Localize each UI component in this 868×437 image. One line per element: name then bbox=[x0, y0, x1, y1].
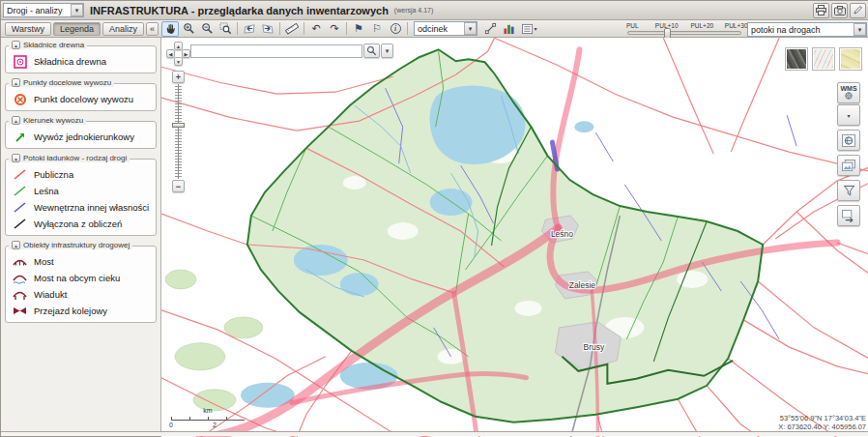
tab-warstwy[interactable]: Warstwy bbox=[5, 22, 51, 36]
town-label: Brusy bbox=[584, 342, 605, 352]
zoom-slider-track[interactable] bbox=[174, 84, 183, 179]
search-input[interactable] bbox=[190, 44, 362, 58]
search-icon bbox=[366, 45, 377, 56]
filter-button[interactable] bbox=[837, 180, 860, 201]
zoom-slider-handle[interactable] bbox=[172, 123, 185, 128]
zoom-in-tool-button[interactable] bbox=[180, 21, 197, 37]
info-icon: i bbox=[391, 23, 401, 34]
search-button[interactable] bbox=[363, 44, 380, 58]
flag-outline-icon: ⚐ bbox=[372, 23, 382, 34]
globe-icon bbox=[845, 92, 853, 100]
camera-icon bbox=[834, 6, 846, 15]
layers-button[interactable] bbox=[837, 155, 860, 176]
toolbar-separator bbox=[304, 22, 304, 35]
plus-icon: + bbox=[176, 73, 181, 82]
filter-funnel-icon bbox=[843, 185, 855, 197]
segment-edit-tool-button[interactable] bbox=[481, 21, 499, 37]
collapse-group-button[interactable]: ▴ bbox=[12, 154, 20, 162]
chevron-down-icon: ▾ bbox=[71, 4, 83, 16]
flag-coordinates-button[interactable]: ⚑ bbox=[350, 21, 367, 37]
pul-slider: PUL PUL+10 PUL+20 PUL+30 bbox=[625, 22, 743, 37]
town-label: Leśno bbox=[551, 229, 573, 239]
overlay-select[interactable]: potoki na drogach ▾ bbox=[747, 22, 867, 37]
view-menu-button[interactable]: ▾ bbox=[518, 21, 541, 37]
app-window: Drogi - analizy ▾ INFRASTRUKTURA - przeg… bbox=[0, 0, 868, 437]
map-canvas[interactable]: Leśno Zalesie Brusy bbox=[161, 38, 868, 437]
chevron-down-icon: ▾ bbox=[386, 47, 390, 55]
collapse-group-button[interactable]: ▴ bbox=[12, 241, 20, 249]
toolbar-separator bbox=[346, 22, 347, 35]
road-excluded-line-icon bbox=[12, 217, 28, 231]
search-options-button[interactable]: ▾ bbox=[381, 44, 393, 58]
tab-analizy[interactable]: Analizy bbox=[102, 22, 144, 36]
chevron-down-icon: ▾ bbox=[464, 22, 477, 35]
sidebar-collapse-button[interactable]: « bbox=[146, 22, 159, 36]
zoom-extent-tool-button[interactable] bbox=[217, 21, 234, 37]
collapse-group-button[interactable]: ▴ bbox=[12, 41, 20, 49]
railway-crossing-icon bbox=[12, 304, 28, 318]
main-toolbar: Warstwy Legenda Analizy « bbox=[1, 20, 868, 38]
point-coordinates-button[interactable]: ⚐ bbox=[368, 21, 386, 37]
arrow-down-icon: ▼ bbox=[176, 59, 181, 65]
zoom-out-button[interactable]: − bbox=[172, 180, 185, 192]
export-button[interactable] bbox=[837, 205, 860, 226]
context-select-value: Drogi - analizy bbox=[7, 6, 63, 15]
statistics-button[interactable] bbox=[500, 21, 517, 37]
segment-line-icon bbox=[484, 22, 497, 35]
tab-legenda[interactable]: Legenda bbox=[53, 22, 101, 36]
legend-group-title: Kierunek wywozu bbox=[23, 116, 83, 125]
measure-tool-button[interactable] bbox=[283, 21, 301, 37]
road-internal-line-icon bbox=[12, 200, 28, 215]
minus-icon: − bbox=[176, 182, 181, 191]
wms-button[interactable]: WMS bbox=[837, 82, 860, 103]
title-bar: Drogi - analizy ▾ INFRASTRUKTURA - przeg… bbox=[1, 1, 868, 20]
one-way-arrow-icon bbox=[12, 130, 28, 144]
next-extent-button[interactable] bbox=[259, 21, 276, 37]
scale-bar-line bbox=[171, 417, 245, 421]
legend-group-title: Punkty docelowe wywozu bbox=[23, 78, 111, 87]
collapse-group-button[interactable]: ▴ bbox=[12, 116, 20, 125]
collapse-group-button[interactable]: ▴ bbox=[12, 78, 20, 87]
layers-image-icon bbox=[842, 160, 855, 172]
legend-item: Most na obcym cieku bbox=[9, 270, 153, 286]
zoom-in-button[interactable]: + bbox=[172, 71, 185, 83]
scale-bar: km 0 2 bbox=[169, 407, 246, 428]
print-button[interactable] bbox=[813, 3, 829, 18]
segment-select-value: odcinek bbox=[418, 24, 448, 34]
zoom-out-tool-button[interactable] bbox=[198, 21, 216, 37]
pan-tool-button[interactable] bbox=[161, 21, 179, 37]
basemap-thumb-ortho[interactable] bbox=[785, 47, 808, 71]
redo-button[interactable]: ↷ bbox=[326, 21, 343, 37]
previous-extent-button[interactable] bbox=[241, 21, 258, 37]
wms-menu-button[interactable]: ▾ bbox=[837, 104, 860, 126]
pul-slider-track[interactable] bbox=[627, 31, 741, 35]
undo-button[interactable]: ↶ bbox=[307, 21, 325, 37]
zoom-in-icon bbox=[183, 22, 195, 35]
redo-icon: ↷ bbox=[330, 23, 338, 34]
legend-item-label: Wywóz jednokierunkowy bbox=[34, 131, 134, 142]
chevron-down-icon: ▾ bbox=[534, 25, 536, 32]
undo-icon: ↶ bbox=[311, 23, 320, 34]
basemap-thumb-topo[interactable] bbox=[839, 47, 862, 71]
toolbar-separator bbox=[407, 22, 408, 35]
segment-select[interactable]: odcinek ▾ bbox=[414, 21, 477, 36]
overview-map-button[interactable] bbox=[837, 130, 860, 151]
basemap-thumb-map[interactable] bbox=[812, 47, 835, 71]
legend-item: Punkt docelowy wywozu bbox=[9, 91, 153, 107]
legend-item-label: Wewnętrzna innej własności bbox=[34, 202, 149, 213]
pan-right-button[interactable]: ▶ bbox=[182, 49, 190, 58]
pan-down-button[interactable]: ▼ bbox=[174, 57, 183, 66]
pul-label: PUL+20 bbox=[690, 22, 713, 29]
edit-button[interactable] bbox=[850, 3, 866, 18]
legend-group-skladnice: ▴ Składnice drewna Składnica drewna bbox=[5, 45, 157, 73]
screenshot-button[interactable] bbox=[831, 3, 848, 18]
map-viewport: Leśno Zalesie Brusy ▲ ◀ ▶ ▼ + − bbox=[161, 38, 868, 437]
identify-button[interactable]: i bbox=[387, 21, 404, 37]
pul-label: PUL+30 bbox=[725, 22, 748, 29]
legend-group-title: Potoki ładunków - rodzaj drogi bbox=[23, 154, 127, 162]
map-side-tools: WMS ▾ bbox=[837, 82, 862, 230]
chevron-down-icon: ▾ bbox=[847, 112, 850, 119]
context-select[interactable]: Drogi - analizy ▾ bbox=[3, 3, 84, 17]
legend-item-label: Leśna bbox=[34, 186, 59, 196]
legend-item: Wewnętrzna innej własności bbox=[9, 199, 153, 216]
